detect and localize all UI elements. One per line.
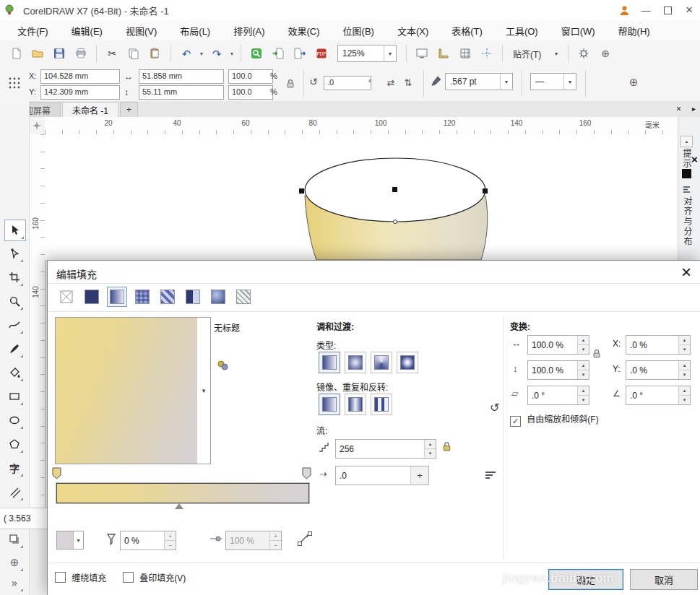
freehand-tool[interactable]	[4, 315, 25, 335]
reverse-fill-icon[interactable]: ↺	[490, 401, 499, 414]
elliptical-fountain-icon[interactable]	[345, 352, 366, 373]
gradient-stop-end[interactable]	[302, 467, 311, 479]
vertical-ruler[interactable]: 160 140	[29, 134, 46, 508]
transform-height-field[interactable]: 100.0 % ▴▾	[527, 360, 589, 380]
wrap-fill-checkbox-box[interactable]	[55, 572, 66, 583]
fill-picker-dropdown[interactable]: ▾	[197, 317, 211, 464]
smart-fill-tool[interactable]	[4, 362, 25, 383]
shape-tool[interactable]	[4, 243, 25, 264]
transform-x-field[interactable]: .0 % ▴▾	[626, 335, 691, 355]
ok-button[interactable]: 确定	[548, 569, 623, 590]
ellipse-tool[interactable]	[4, 410, 25, 430]
steps-field[interactable]: 256 ▴▾	[335, 439, 436, 459]
publish-pdf-icon[interactable]: PDF	[311, 43, 332, 64]
smooth-blend-icon[interactable]	[484, 469, 497, 482]
menu-item-tools[interactable]: 工具(O)	[494, 20, 550, 40]
menu-item-text[interactable]: 文本(X)	[386, 20, 440, 40]
transform-width-field[interactable]: 100.0 % ▴▾	[527, 335, 589, 355]
free-scale-checkbox-box[interactable]: ✓	[510, 416, 521, 427]
maximize-button[interactable]	[657, 1, 678, 19]
open-icon[interactable]	[27, 43, 48, 64]
menu-item-file[interactable]: 文件(F)	[6, 20, 60, 40]
menu-item-arrange[interactable]: 排列(A)	[222, 20, 276, 40]
tab-untitled-document[interactable]: 未命名 -1	[62, 102, 118, 117]
fountain-fill-icon[interactable]	[107, 287, 127, 307]
undo-icon[interactable]: ↶	[176, 43, 196, 64]
undo-dropdown-icon[interactable]: ▾	[198, 51, 205, 57]
show-grid-icon[interactable]	[455, 43, 475, 64]
new-document-icon[interactable]	[6, 43, 26, 64]
scale-v-field[interactable]: 100.0	[228, 85, 273, 100]
x-position-field[interactable]: 104.528 mm	[40, 69, 120, 84]
menu-item-help[interactable]: 帮助(H)	[607, 20, 662, 40]
print-icon[interactable]	[71, 43, 91, 64]
text-tool[interactable]: 字	[4, 458, 25, 478]
selection-handle[interactable]	[392, 187, 397, 192]
show-rulers-icon[interactable]	[433, 43, 454, 64]
fullscreen-preview-icon[interactable]	[412, 43, 432, 64]
drawing-canvas[interactable]	[45, 134, 678, 260]
y-position-field[interactable]: 142.309 mm	[40, 85, 120, 100]
overprint-fill-checkbox[interactable]: 叠印填充(V)	[123, 571, 186, 583]
free-scale-checkbox[interactable]: ✓ 自由缩放和倾斜(F)	[510, 412, 599, 427]
account-icon[interactable]	[613, 1, 635, 19]
wrap-fill-checkbox[interactable]: 缠绕填充	[55, 571, 106, 583]
tab-scroll-right-icon[interactable]: ▸	[692, 105, 696, 113]
skew-field[interactable]: .0 ° ▴▾	[527, 386, 589, 405]
object-height-field[interactable]: 55.11 mm	[139, 85, 224, 100]
menu-item-view[interactable]: 视图(V)	[114, 20, 168, 40]
ruler-origin-button[interactable]	[29, 117, 46, 135]
repeat-default-icon[interactable]	[319, 394, 340, 415]
tab-close-icon[interactable]: ×	[676, 104, 681, 114]
export-icon[interactable]	[290, 43, 310, 64]
dialog-close-icon[interactable]: ×	[681, 262, 691, 282]
rectangle-tool[interactable]	[4, 386, 25, 407]
parallel-dimension-tool[interactable]	[4, 482, 25, 502]
menu-item-effects[interactable]: 效果(C)	[277, 20, 332, 40]
selection-handle[interactable]	[299, 188, 304, 194]
import-icon[interactable]	[268, 43, 288, 64]
quick-customize-icon[interactable]: ⊕	[626, 74, 641, 90]
object-width-field[interactable]: 51.858 mm	[139, 69, 224, 84]
scroll-up-icon[interactable]: ▴	[680, 136, 693, 147]
cut-icon[interactable]: ✂	[102, 43, 122, 64]
repeat-tile-icon[interactable]	[371, 394, 392, 415]
scale-lock-icon[interactable]	[283, 74, 298, 94]
transform-y-field[interactable]: .0 % ▴▾	[626, 360, 691, 380]
zoom-tool[interactable]	[4, 291, 25, 311]
snap-to-dropdown[interactable]: 贴齐(T) ▾	[508, 45, 563, 62]
minimize-button[interactable]: —	[635, 1, 657, 19]
redo-icon[interactable]: ↷	[207, 43, 227, 64]
docker-tab-align-distribute[interactable]: 对齐与分布	[681, 196, 693, 247]
quick-customize-icon[interactable]: ⊕	[595, 43, 615, 64]
steps-spinner[interactable]: ▴▾	[424, 440, 436, 458]
conical-fountain-icon[interactable]	[371, 352, 392, 373]
flip-horizontal-icon[interactable]: ⇄	[383, 74, 399, 90]
acceleration-plus-icon[interactable]: +	[410, 466, 428, 485]
options-icon[interactable]	[574, 43, 594, 64]
save-icon[interactable]	[49, 43, 69, 64]
horizontal-ruler[interactable]: 20 40 60 80 100 120 140 160 毫米	[45, 117, 678, 135]
search-content-icon[interactable]	[246, 43, 267, 64]
redo-dropdown-icon[interactable]: ▾	[228, 51, 236, 57]
zoom-level-select[interactable]: 125% ▾	[337, 45, 397, 62]
two-color-pattern-fill-icon[interactable]	[183, 287, 203, 307]
pick-tool[interactable]	[4, 220, 26, 241]
polygon-tool[interactable]	[4, 434, 25, 454]
acceleration-field[interactable]: .0 +	[335, 466, 429, 485]
drop-shadow-tool[interactable]	[4, 529, 25, 550]
fill-vector-icon[interactable]	[296, 529, 314, 547]
menu-item-edit[interactable]: 编辑(E)	[60, 20, 114, 40]
new-document-tab-button[interactable]: +	[120, 102, 138, 117]
linear-fountain-icon[interactable]	[319, 352, 340, 373]
line-style-select[interactable]: — ▾	[530, 73, 576, 90]
gradient-midpoint-marker[interactable]	[175, 503, 183, 509]
rectangular-fountain-icon[interactable]	[397, 352, 418, 373]
repeat-mirror-icon[interactable]	[345, 394, 366, 415]
selection-handle[interactable]	[483, 188, 488, 194]
texture-fill-icon[interactable]	[208, 287, 228, 307]
gradient-bar[interactable]	[56, 483, 309, 503]
menu-item-bitmaps[interactable]: 位图(B)	[332, 20, 386, 40]
vector-pattern-fill-icon[interactable]	[132, 287, 152, 307]
cancel-button[interactable]: 取消	[630, 569, 698, 590]
